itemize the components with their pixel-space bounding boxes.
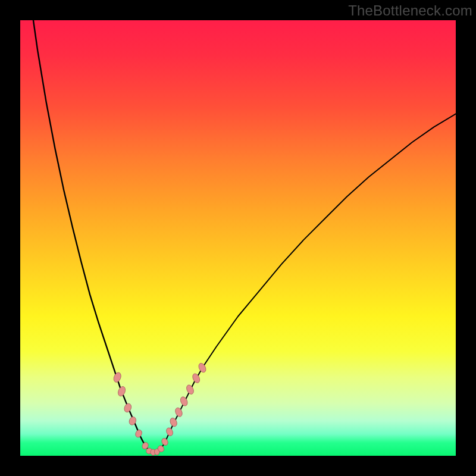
data-marker bbox=[185, 384, 195, 395]
chart-svg bbox=[20, 20, 456, 456]
data-marker bbox=[112, 371, 123, 383]
data-marker bbox=[161, 437, 169, 446]
data-marker bbox=[134, 429, 143, 439]
curve-layer bbox=[33, 20, 456, 452]
data-marker bbox=[123, 402, 133, 413]
plot-area bbox=[20, 20, 456, 456]
data-marker bbox=[174, 407, 184, 418]
marker-layer bbox=[112, 362, 207, 455]
data-marker bbox=[179, 396, 189, 407]
data-marker bbox=[165, 427, 174, 437]
data-marker bbox=[191, 372, 201, 384]
curve-left-branch bbox=[33, 20, 149, 450]
data-marker bbox=[198, 362, 208, 373]
chart-frame: TheBottleneck.com bbox=[0, 0, 476, 476]
data-marker bbox=[117, 386, 127, 397]
data-marker bbox=[169, 417, 178, 428]
curve-right-branch bbox=[159, 114, 456, 450]
watermark-text: TheBottleneck.com bbox=[348, 2, 472, 19]
